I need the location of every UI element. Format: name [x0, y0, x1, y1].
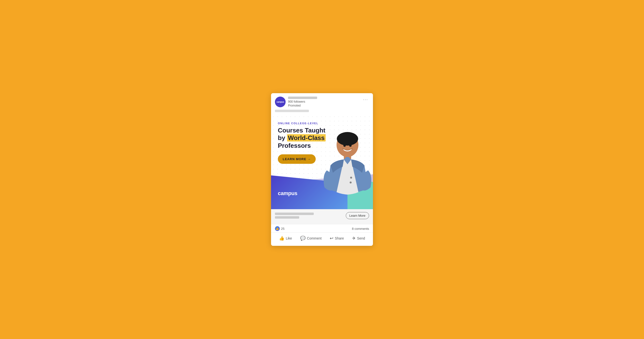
ad-text-block: ONLINE COLLEGE-LEVEL Courses Taught by W…	[278, 122, 326, 164]
action-bar: 👍 Like 💬 Comment ↩ Share ✈ Send	[271, 232, 373, 246]
svg-point-7	[350, 182, 352, 184]
svg-point-1	[337, 132, 358, 146]
comment-button[interactable]: 💬 Comment	[298, 234, 324, 242]
facebook-ad-card: campus 900 followers Promoted ··· campus	[271, 93, 373, 246]
share-icon: ↩	[330, 236, 334, 241]
ad-title: Courses Taught by World-Class Professors	[278, 127, 326, 150]
send-label: Send	[357, 236, 365, 240]
comment-label: Comment	[307, 236, 322, 240]
reaction-icon: 👍	[275, 226, 280, 231]
footer-text-area	[275, 212, 314, 219]
learn-more-cta-button[interactable]: LEARN MORE →	[278, 154, 316, 164]
profile-promoted: Promoted	[288, 104, 317, 107]
like-icon: 👍	[279, 236, 284, 241]
ad-title-by: by	[278, 134, 287, 142]
skeleton-bar-area	[271, 110, 373, 114]
engagement-row: 👍 25 8 comments	[271, 224, 373, 232]
campus-brand-logo: campus	[278, 190, 297, 196]
footer-skeleton-bar-2	[275, 216, 299, 219]
like-label: Like	[286, 236, 292, 240]
reactions-count: 25	[281, 227, 284, 230]
reactions-area: 👍 25	[275, 226, 284, 231]
skeleton-bar	[275, 110, 309, 112]
profile-area: campus 900 followers Promoted	[275, 96, 317, 108]
ad-title-professors: Professors	[278, 142, 311, 149]
more-options-button[interactable]: ···	[362, 96, 369, 103]
learn-more-small-button[interactable]: Learn More	[346, 212, 369, 219]
footer-skeleton-bar-1	[275, 212, 314, 215]
like-button[interactable]: 👍 Like	[276, 234, 294, 242]
profile-name-skeleton	[288, 96, 317, 99]
share-button[interactable]: ↩ Share	[327, 234, 346, 242]
svg-point-6	[350, 177, 352, 178]
avatar-logo: campus	[276, 101, 284, 103]
card-footer: Learn More	[271, 209, 373, 224]
svg-point-4	[343, 144, 346, 147]
svg-point-5	[349, 144, 352, 147]
profile-info: 900 followers Promoted	[288, 96, 317, 108]
ad-image-area: campus	[271, 114, 373, 209]
ad-subtitle: ONLINE COLLEGE-LEVEL	[278, 122, 326, 125]
send-icon: ✈	[352, 236, 356, 241]
comments-count: 8 comments	[352, 227, 369, 230]
send-button[interactable]: ✈ Send	[350, 234, 368, 242]
ad-title-line1: Courses Taught	[278, 127, 326, 134]
comment-icon: 💬	[300, 236, 306, 241]
profile-followers: 900 followers	[288, 100, 317, 104]
ad-title-highlight: World-Class	[287, 134, 326, 142]
share-label: Share	[335, 236, 344, 240]
card-header: campus 900 followers Promoted ···	[271, 93, 373, 110]
avatar: campus	[275, 96, 286, 107]
footer-top-row: Learn More	[275, 212, 369, 219]
